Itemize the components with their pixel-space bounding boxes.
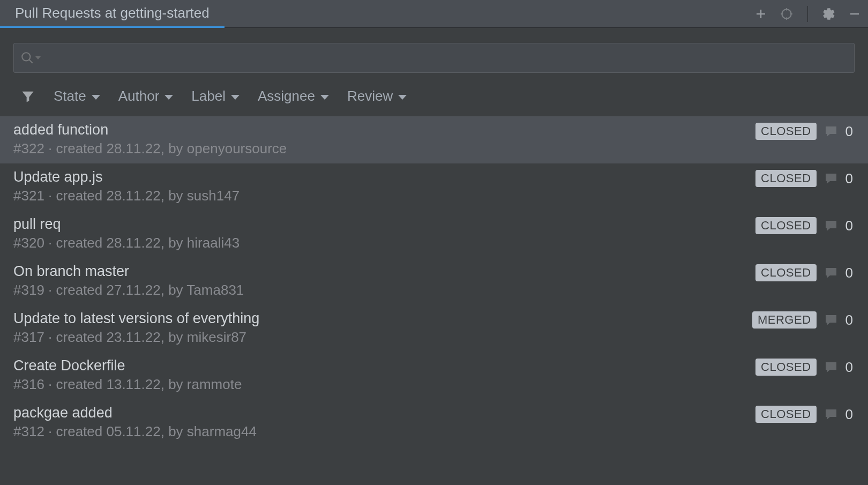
filter-assignee[interactable]: Assignee xyxy=(258,88,329,105)
comment-icon xyxy=(824,314,838,326)
pr-meta: #319 · created 27.11.22, by Tama831 xyxy=(13,282,244,299)
pr-title: Create Dockerfile xyxy=(13,357,242,374)
comment-icon xyxy=(824,408,838,421)
pr-by: , by xyxy=(161,376,187,392)
pr-id: #317 xyxy=(13,329,44,345)
comment-icon xyxy=(824,266,838,279)
pr-id: #316 xyxy=(13,376,44,392)
filter-assignee-label: Assignee xyxy=(258,88,315,105)
search-box[interactable] xyxy=(13,43,855,73)
pr-author: openyoursource xyxy=(187,140,287,156)
filter-icon[interactable] xyxy=(20,89,35,104)
filter-state-label: State xyxy=(54,88,86,105)
pr-author: sharmag44 xyxy=(187,423,257,439)
pr-meta: #317 · created 23.11.22, by mikesir87 xyxy=(13,329,259,346)
comment-count: 0 xyxy=(845,265,853,281)
pr-id: #321 xyxy=(13,188,44,204)
svg-point-2 xyxy=(782,9,791,18)
pr-info: Create Dockerfile#316 · created 13.11.22… xyxy=(13,357,242,393)
pr-status-section: CLOSED0 xyxy=(755,122,853,140)
pr-meta: #321 · created 28.11.22, by sush147 xyxy=(13,188,240,204)
title-bar: Pull Requests at getting-started xyxy=(0,0,868,28)
status-badge: CLOSED xyxy=(755,406,816,423)
pr-author: sush147 xyxy=(187,188,240,204)
pr-info: Update app.js#321 · created 28.11.22, by… xyxy=(13,169,240,204)
pr-status-section: CLOSED0 xyxy=(755,405,853,423)
status-badge: CLOSED xyxy=(755,123,816,140)
filter-state[interactable]: State xyxy=(54,88,100,105)
pull-request-list: added function#322 · created 28.11.22, b… xyxy=(0,116,868,446)
add-icon[interactable] xyxy=(754,7,768,21)
gear-icon[interactable] xyxy=(822,7,836,21)
tab-pull-requests[interactable]: Pull Requests at getting-started xyxy=(0,0,225,28)
pr-status-section: CLOSED0 xyxy=(755,263,853,281)
comment-icon xyxy=(824,219,838,232)
status-badge: CLOSED xyxy=(755,217,816,234)
filter-review[interactable]: Review xyxy=(347,88,407,105)
search-section xyxy=(0,28,868,73)
pr-id: #312 xyxy=(13,423,44,439)
pr-by: , by xyxy=(161,140,187,156)
comment-count: 0 xyxy=(845,312,853,329)
pr-status-section: CLOSED0 xyxy=(755,169,853,187)
pr-by: , by xyxy=(161,235,187,251)
pr-date: 28.11.22 xyxy=(106,188,160,204)
pr-prefix: · created xyxy=(44,188,107,204)
chevron-down-icon xyxy=(398,95,407,100)
minimize-icon[interactable] xyxy=(848,7,862,21)
status-badge: CLOSED xyxy=(755,264,816,281)
filter-author[interactable]: Author xyxy=(118,88,174,105)
pull-request-row[interactable]: On branch master#319 · created 27.11.22,… xyxy=(0,258,868,305)
pr-id: #322 xyxy=(13,140,44,156)
comment-count: 0 xyxy=(845,123,853,140)
filter-label[interactable]: Label xyxy=(191,88,240,105)
pr-by: , by xyxy=(161,329,187,345)
pr-prefix: · created xyxy=(44,140,107,156)
target-icon[interactable] xyxy=(780,7,794,21)
pr-prefix: · created xyxy=(44,376,107,392)
tab-title: Pull Requests at getting-started xyxy=(15,5,209,21)
pr-title: On branch master xyxy=(13,263,244,280)
filter-bar: State Author Label Assignee Review xyxy=(0,73,868,116)
pr-date: 13.11.22 xyxy=(106,376,160,392)
pr-info: Update to latest versions of everything#… xyxy=(13,310,259,346)
pr-prefix: · created xyxy=(44,235,107,251)
pr-by: , by xyxy=(161,188,187,204)
comment-icon xyxy=(824,125,838,138)
pr-meta: #322 · created 28.11.22, by openyoursour… xyxy=(13,140,287,157)
pr-meta: #316 · created 13.11.22, by rammote xyxy=(13,376,242,393)
filter-review-label: Review xyxy=(347,88,393,105)
pr-title: pull req xyxy=(13,216,240,233)
pr-author: hiraali43 xyxy=(187,235,240,251)
pr-prefix: · created xyxy=(44,329,107,345)
search-input[interactable] xyxy=(41,51,848,65)
pull-request-row[interactable]: Create Dockerfile#316 · created 13.11.22… xyxy=(0,352,868,399)
pr-status-section: CLOSED0 xyxy=(755,357,853,376)
pr-title: added function xyxy=(13,122,287,138)
svg-point-8 xyxy=(22,53,30,61)
pr-by: , by xyxy=(161,282,187,298)
chevron-down-icon xyxy=(92,95,100,100)
pr-date: 28.11.22 xyxy=(106,235,160,251)
pull-request-row[interactable]: packgae added#312 · created 05.11.22, by… xyxy=(0,399,868,446)
pr-title: packgae added xyxy=(13,405,257,421)
header-actions xyxy=(754,6,862,22)
pr-title: Update to latest versions of everything xyxy=(13,310,259,327)
svg-line-9 xyxy=(29,59,33,63)
pr-author: Tama831 xyxy=(186,282,244,298)
pr-info: packgae added#312 · created 05.11.22, by… xyxy=(13,405,257,440)
pull-request-row[interactable]: Update app.js#321 · created 28.11.22, by… xyxy=(0,163,868,211)
comment-count: 0 xyxy=(845,218,853,234)
pr-date: 05.11.22 xyxy=(106,423,160,439)
status-badge: MERGED xyxy=(752,311,817,329)
pr-status-section: MERGED0 xyxy=(752,310,853,329)
pr-date: 28.11.22 xyxy=(106,140,160,156)
pull-request-row[interactable]: Update to latest versions of everything#… xyxy=(0,305,868,352)
pull-request-row[interactable]: pull req#320 · created 28.11.22, by hira… xyxy=(0,211,868,258)
pr-author: rammote xyxy=(187,376,242,392)
filter-label-label: Label xyxy=(191,88,226,105)
chevron-down-icon xyxy=(164,95,173,100)
chevron-down-icon xyxy=(320,95,329,100)
pr-info: added function#322 · created 28.11.22, b… xyxy=(13,122,287,157)
pull-request-row[interactable]: added function#322 · created 28.11.22, b… xyxy=(0,116,868,163)
